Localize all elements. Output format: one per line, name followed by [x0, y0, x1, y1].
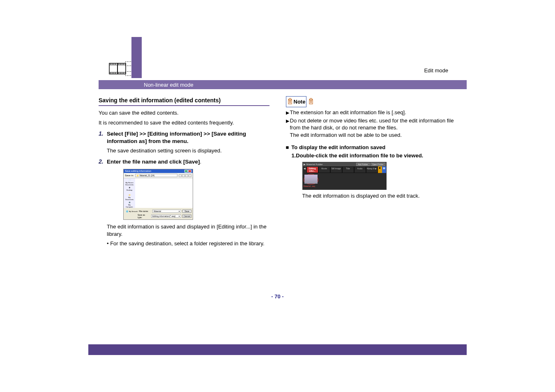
- note-clip-icon-right: [308, 97, 314, 106]
- library-screenshot: ▶ Material Folder Add Folder Open Folder…: [302, 162, 457, 190]
- library-tabs: ◀ Editing infor... Movie Still image Tit…: [303, 166, 386, 173]
- note-1-text: The extension for an edit information fi…: [290, 109, 406, 116]
- places-mydocs-label: My Documents: [125, 196, 134, 201]
- places-recent-label: My Recent Documents: [125, 182, 134, 186]
- sub-heading-text: To display the edit information saved: [291, 144, 385, 150]
- note-frame: Note: [286, 96, 307, 107]
- dialog-toolbar: [179, 174, 191, 177]
- dialog-body: 📄My Recent Documents 🖥Desktop 📁My Docume…: [124, 178, 193, 208]
- step-1-number: 1.: [99, 130, 104, 145]
- intro-p1: You can save the edited contents.: [99, 109, 269, 117]
- filetype-combo[interactable]: Editing information(*.seq)▾: [151, 214, 181, 218]
- step-1: 1. Select [File] >> [Editing information…: [99, 130, 269, 145]
- right-column: Note ▶ The extension for an edit informa…: [286, 95, 457, 248]
- folder-icon: 📁: [136, 174, 139, 177]
- places-recent[interactable]: 📄My Recent Documents: [127, 179, 132, 185]
- desktop-icon: 🖥: [129, 187, 130, 189]
- places-mycomputer[interactable]: 💻My Computer: [127, 201, 132, 207]
- seq-thumbnail-label: Material .seq: [304, 185, 385, 187]
- add-folder-button[interactable]: Add Folder: [356, 163, 369, 166]
- places-mydocs[interactable]: 📁My Documents: [127, 194, 132, 200]
- dialog-filelist[interactable]: [135, 178, 193, 208]
- newfolder-icon[interactable]: [185, 174, 188, 177]
- right-result: The edit information is displayed on the…: [302, 192, 457, 200]
- note-label: Note: [294, 99, 306, 105]
- play-left-icon: ◀: [303, 166, 306, 173]
- dialog-window-buttons: [184, 170, 191, 173]
- places-bar: 📄My Recent Documents 🖥Desktop 📁My Docume…: [124, 178, 135, 208]
- up-icon[interactable]: [182, 174, 185, 177]
- film-reel-icon: [109, 60, 134, 78]
- filetype-value: Editing information(*.seq): [152, 215, 175, 217]
- play-right-icon: ▶: [304, 163, 306, 166]
- sub-step-1: 1.Double-click the edit information file…: [292, 152, 457, 159]
- note-2-text: Do not delete or move video files etc. u…: [290, 118, 454, 131]
- filename-value: Material: [154, 210, 161, 212]
- tab-grid-icon[interactable]: ▦: [382, 166, 386, 173]
- step-2-text-a: Enter the file name and click [Save]: [107, 159, 200, 165]
- tab-audio[interactable]: Audio: [354, 166, 366, 173]
- tab-title[interactable]: Title: [342, 166, 354, 173]
- note-2b-text: The edit information will not be able to…: [290, 132, 402, 138]
- savein-combo[interactable]: 📁Material_01 (24): [135, 174, 177, 177]
- section-bar: Non-linear edit mode: [99, 80, 467, 89]
- step-2-number: 2.: [99, 158, 104, 166]
- filename-input[interactable]: Material▾: [152, 210, 181, 213]
- content-area: Saving the edit information (edited cont…: [0, 95, 555, 248]
- places-network[interactable]: 🌐My Network: [125, 210, 138, 212]
- seq-thumbnail-highlight: [304, 174, 318, 184]
- step-2-bullet-text: • For the saving destination, select a f…: [107, 240, 265, 247]
- title-underline: [99, 105, 269, 106]
- page: Edit mode Non-linear edit mode Saving th…: [0, 0, 555, 392]
- tab-editing-info[interactable]: Editing infor...: [306, 166, 318, 173]
- chevron-down-icon: ▾: [179, 215, 180, 217]
- dialog-bottom: 🌐My Network File name: Material▾ Save Sa…: [124, 208, 193, 219]
- section-title: Saving the edit information (edited cont…: [99, 95, 269, 105]
- save-dialog: Save editing information Save in: 📁Mater…: [123, 169, 193, 220]
- tab-mpeg[interactable]: Mpeg (A ▶: [366, 166, 378, 173]
- step-2-result: The edit information is saved and displa…: [107, 223, 269, 238]
- chevron-down-icon: ▾: [179, 210, 180, 212]
- savein-label: Save in:: [125, 174, 134, 177]
- views-icon[interactable]: [189, 174, 191, 177]
- filename-label: File name:: [139, 210, 151, 212]
- note-clip-icon-left: [287, 97, 293, 106]
- left-column: Saving the edit information (edited cont…: [99, 95, 269, 248]
- note-item-1: ▶ The extension for an edit information …: [286, 109, 457, 116]
- step-2-text-b: .: [200, 159, 202, 165]
- sub-heading: ■ To display the edit information saved: [286, 144, 457, 150]
- square-bullet-icon: ■: [286, 144, 289, 150]
- library-title: Material Folder: [306, 163, 356, 166]
- tab-still-image[interactable]: Still image: [330, 166, 342, 173]
- save-button[interactable]: Save: [182, 210, 191, 213]
- note-item-2: ▶ Do not delete or move video files etc.…: [286, 117, 457, 139]
- step-1-text: Select [File] >> [Editing information] >…: [107, 130, 269, 145]
- filename-row: 🌐My Network File name: Material▾ Save: [125, 210, 191, 213]
- bottom-bar: [88, 344, 467, 355]
- open-folder-button[interactable]: Open Folder: [371, 163, 385, 166]
- step-2-text: Enter the file name and click [Save].: [107, 158, 201, 166]
- places-desktop[interactable]: 🖥Desktop: [127, 187, 132, 192]
- library-body: Material .seq: [303, 173, 386, 189]
- note-2-wrap: Do not delete or move video files etc. u…: [290, 117, 457, 139]
- recent-docs-icon: 📄: [129, 179, 131, 181]
- seq-thumbnail[interactable]: [304, 175, 318, 184]
- close-icon[interactable]: [188, 170, 191, 173]
- back-icon[interactable]: [179, 174, 182, 177]
- tab-close-icon[interactable]: ✖: [378, 166, 382, 173]
- tab-movie[interactable]: Movie: [318, 166, 330, 173]
- help-icon[interactable]: [184, 170, 188, 173]
- places-network-label: My Network: [129, 210, 138, 212]
- mydocs-icon: 📁: [129, 194, 131, 196]
- places-desktop-label: Desktop: [127, 189, 133, 191]
- library-panel: ▶ Material Folder Add Folder Open Folder…: [302, 162, 387, 190]
- cancel-button[interactable]: Cancel: [182, 214, 191, 218]
- places-mycomputer-label: My Computer: [126, 204, 133, 208]
- section-bar-label: Non-linear edit mode: [144, 82, 193, 88]
- intro-p2: It is recommended to save the edited con…: [99, 119, 269, 127]
- savein-value: Material_01 (24): [140, 174, 154, 177]
- network-icon: 🌐: [126, 210, 128, 212]
- filetype-row: Save as type: Editing information(*.seq)…: [125, 214, 191, 219]
- sidebar-tab-decor: [131, 37, 142, 78]
- computer-icon: 💻: [129, 201, 131, 203]
